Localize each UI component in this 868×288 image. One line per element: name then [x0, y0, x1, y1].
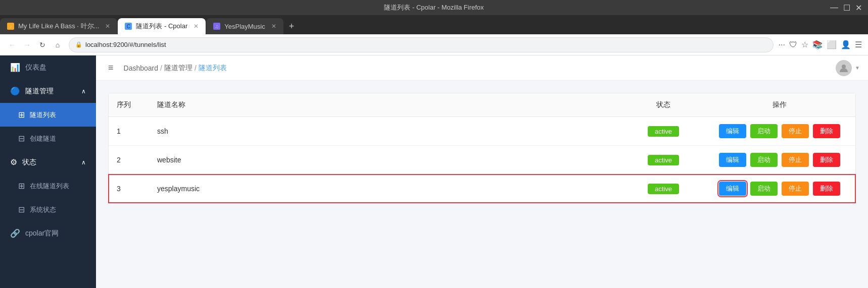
account-icon[interactable]: 👤	[841, 40, 851, 49]
tab-label-cpolar: 隧道列表 - Cpolar	[136, 22, 187, 31]
col-header-name: 隧道名称	[149, 93, 623, 117]
sys-status-icon: ⊟	[18, 205, 25, 214]
status-arrow: ∧	[81, 159, 86, 166]
table-row: 2 website active 编辑 启动 停止 删除	[109, 146, 855, 175]
nav-buttons: ← → ↻ ⌂	[6, 39, 64, 51]
tab-favicon-mylife: ♪	[7, 23, 14, 30]
url-bar[interactable]: 🔒 localhost:9200/#/tunnels/list	[69, 37, 774, 52]
row3-stop-button[interactable]: 停止	[782, 182, 809, 196]
row2-actions: 编辑 启动 停止 删除	[704, 146, 855, 175]
row1-start-button[interactable]: 启动	[750, 124, 778, 138]
row2-action-group: 编辑 启动 停止 删除	[712, 153, 847, 167]
tab-label-yesplay: YesPlayMusic	[224, 23, 265, 30]
sidebar-label-sys-status: 系统状态	[30, 205, 56, 214]
sidebar-item-online-tunnels[interactable]: ⊞ 在线隧道列表	[0, 174, 96, 198]
add-tab-button[interactable]: +	[284, 18, 300, 34]
breadcrumb-sep-2: /	[195, 64, 197, 72]
app-layout: 📊 仪表盘 🔵 隧道管理 ∧ ⊞ 隧道列表 ⊟ 创建隧道 ⚙ 状态 ∧	[0, 55, 868, 288]
toolbar-right: ··· 🛡 ☆ 📚 ⬜ 👤 ☰	[779, 40, 862, 49]
maximize-button[interactable]: ☐	[843, 3, 850, 13]
dashboard-icon: 📊	[10, 63, 20, 72]
menu-icon[interactable]: ☰	[855, 40, 862, 49]
user-avatar[interactable]	[836, 60, 852, 76]
tab-view-icon[interactable]: ⬜	[827, 40, 837, 49]
breadcrumb-tunnel-mgmt: 隧道管理	[164, 64, 192, 73]
more-button[interactable]: ···	[779, 40, 785, 49]
tab-close-yesplay[interactable]: ✕	[271, 23, 276, 30]
sidebar-item-status[interactable]: ⚙ 状态 ∧	[0, 150, 96, 174]
sidebar-label-status: 状态	[22, 158, 36, 167]
cpolar-site-icon: 🔗	[10, 228, 20, 238]
col-header-actions: 操作	[704, 93, 855, 117]
row3-actions: 编辑 启动 停止 删除	[704, 175, 855, 203]
sidebar-item-create-tunnel[interactable]: ⊟ 创建隧道	[0, 127, 96, 150]
close-button[interactable]: ✕	[855, 3, 862, 13]
row2-delete-button[interactable]: 删除	[813, 153, 840, 167]
tab-close-cpolar[interactable]: ✕	[194, 23, 199, 30]
row3-start-button[interactable]: 启动	[750, 182, 778, 196]
row1-delete-button[interactable]: 删除	[813, 124, 840, 138]
row3-name: yesplaymusic	[149, 175, 623, 203]
online-tunnels-icon: ⊞	[18, 181, 25, 191]
sidebar-item-cpolar-site[interactable]: 🔗 cpolar官网	[0, 221, 96, 245]
tab-favicon-yesplay: ♫	[213, 23, 220, 30]
status-badge-row1: active	[648, 126, 679, 137]
breadcrumb: ≡ Dashboard / 隧道管理 / 隧道列表 ▼	[96, 55, 868, 81]
row1-action-group: 编辑 启动 停止 删除	[712, 124, 847, 138]
row1-stop-button[interactable]: 停止	[782, 124, 809, 138]
tab-yesplay[interactable]: ♫ YesPlayMusic ✕	[206, 18, 283, 34]
url-text: localhost:9200/#/tunnels/list	[85, 41, 166, 48]
sidebar-item-tunnel-list[interactable]: ⊞ 隧道列表	[0, 103, 96, 127]
status-badge-row2: active	[648, 155, 679, 165]
status-icon: ⚙	[10, 157, 17, 167]
address-bar: ← → ↻ ⌂ 🔒 localhost:9200/#/tunnels/list …	[0, 34, 868, 55]
breadcrumb-dashboard[interactable]: Dashboard	[124, 64, 159, 72]
row3-edit-button[interactable]: 编辑	[719, 182, 746, 196]
sidebar-label-online-tunnels: 在线隧道列表	[30, 182, 69, 191]
tunnels-table: 序列 隧道名称 状态 操作 1 ssh active	[108, 93, 856, 203]
sidebar-item-dashboard[interactable]: 📊 仪表盘	[0, 55, 96, 79]
col-header-status: 状态	[623, 93, 704, 117]
tab-cpolar[interactable]: C 隧道列表 - Cpolar ✕	[118, 18, 206, 34]
row1-status: active	[623, 117, 704, 146]
forward-button[interactable]: →	[21, 39, 33, 51]
row1-index: 1	[109, 117, 149, 146]
row3-status: active	[623, 175, 704, 203]
library-icon[interactable]: 📚	[812, 40, 823, 49]
tab-label-mylife: My Life Like A Bass · 叶尔...	[18, 22, 99, 31]
status-badge-row3: active	[648, 184, 679, 194]
sidebar-item-tunnel-mgmt[interactable]: 🔵 隧道管理 ∧	[0, 79, 96, 103]
sidebar-label-tunnel-list: 隧道列表	[30, 110, 56, 120]
row3-delete-button[interactable]: 删除	[813, 182, 840, 196]
shield-icon: 🛡	[789, 40, 797, 49]
tab-mylife[interactable]: ♪ My Life Like A Bass · 叶尔... ✕	[0, 18, 117, 34]
tab-bar: ♪ My Life Like A Bass · 叶尔... ✕ C 隧道列表 -…	[0, 15, 868, 34]
table-row-highlighted: 3 yesplaymusic active 编辑 启动 停止 删除	[109, 175, 855, 203]
row1-edit-button[interactable]: 编辑	[719, 124, 746, 138]
breadcrumb-toggle-icon[interactable]: ≡	[108, 63, 114, 73]
row2-name: website	[149, 146, 623, 175]
row3-action-group: 编辑 启动 停止 删除	[712, 182, 847, 196]
col-header-index: 序列	[109, 93, 149, 117]
title-bar: 隧道列表 - Cpolar - Mozilla Firefox — ☐ ✕	[0, 0, 868, 15]
minimize-button[interactable]: —	[830, 3, 838, 13]
refresh-button[interactable]: ↻	[36, 39, 49, 51]
row2-start-button[interactable]: 启动	[750, 153, 778, 167]
table-container: 序列 隧道名称 状态 操作 1 ssh active	[96, 81, 868, 288]
back-button[interactable]: ←	[6, 39, 18, 51]
avatar-dropdown-icon[interactable]: ▼	[855, 65, 860, 71]
row2-edit-button[interactable]: 编辑	[719, 153, 746, 167]
row2-stop-button[interactable]: 停止	[782, 153, 809, 167]
tunnel-mgmt-arrow: ∧	[81, 88, 86, 95]
row3-index: 3	[109, 175, 149, 203]
breadcrumb-tunnel-list[interactable]: 隧道列表	[199, 64, 227, 73]
sidebar: 📊 仪表盘 🔵 隧道管理 ∧ ⊞ 隧道列表 ⊟ 创建隧道 ⚙ 状态 ∧	[0, 55, 96, 288]
bookmark-icon[interactable]: ☆	[801, 40, 808, 49]
tab-close-mylife[interactable]: ✕	[105, 23, 110, 30]
tunnel-list-icon: ⊞	[18, 110, 25, 120]
home-button[interactable]: ⌂	[52, 39, 64, 51]
window-controls: — ☐ ✕	[830, 3, 862, 13]
breadcrumb-sep-1: /	[160, 64, 162, 72]
table-header-row: 序列 隧道名称 状态 操作	[109, 93, 855, 117]
sidebar-item-sys-status[interactable]: ⊟ 系统状态	[0, 198, 96, 221]
